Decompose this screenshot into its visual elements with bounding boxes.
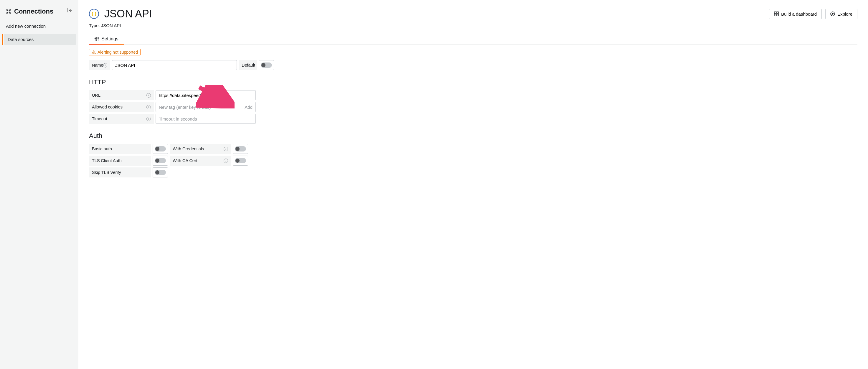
compass-icon bbox=[830, 11, 835, 16]
http-heading: HTTP bbox=[89, 79, 858, 86]
main-content: { } JSON API Build a dashboard bbox=[79, 0, 868, 369]
sidebar-title: Connections bbox=[14, 8, 53, 15]
timeout-label: Timeout bbox=[92, 116, 107, 121]
name-label: Name bbox=[92, 63, 103, 67]
with-credentials-label-cell: With Credentials i bbox=[170, 144, 231, 154]
with-credentials-toggle[interactable] bbox=[233, 144, 248, 154]
url-label-cell: URL i bbox=[89, 90, 154, 100]
timeout-input[interactable] bbox=[156, 114, 256, 124]
warning-icon bbox=[92, 50, 96, 54]
with-ca-toggle[interactable] bbox=[233, 156, 248, 166]
info-icon[interactable]: i bbox=[224, 147, 228, 151]
name-label-cell: Name i bbox=[89, 60, 110, 70]
basic-auth-row: Basic auth With Credentials i bbox=[89, 144, 858, 154]
svg-point-19 bbox=[96, 39, 97, 40]
svg-point-4 bbox=[10, 9, 10, 10]
tab-settings-label: Settings bbox=[101, 36, 119, 41]
default-label: Default bbox=[242, 63, 255, 67]
cookies-row: Allowed cookies i New tag (enter key to … bbox=[89, 102, 858, 112]
explore-label: Explore bbox=[837, 11, 852, 17]
tls-client-toggle[interactable] bbox=[153, 156, 168, 166]
svg-line-10 bbox=[9, 12, 10, 13]
sidebar-item-data-sources[interactable]: Data sources bbox=[4, 34, 76, 45]
tls-row: TLS Client Auth With CA Cert i bbox=[89, 156, 858, 166]
info-icon[interactable]: i bbox=[147, 117, 151, 121]
url-input[interactable] bbox=[156, 90, 256, 100]
page-header: { } JSON API Build a dashboard bbox=[89, 8, 858, 20]
skip-tls-label: Skip TLS Verify bbox=[92, 170, 121, 175]
sidebar-header: Connections bbox=[4, 6, 76, 21]
svg-rect-14 bbox=[777, 14, 778, 16]
tls-client-label-cell: TLS Client Auth bbox=[89, 156, 151, 166]
svg-point-3 bbox=[6, 9, 7, 10]
name-row: Name i Default bbox=[89, 60, 858, 70]
page-title: JSON API bbox=[104, 8, 152, 20]
svg-line-8 bbox=[9, 10, 10, 11]
cookies-label-cell: Allowed cookies i bbox=[89, 102, 154, 112]
svg-point-21 bbox=[98, 38, 99, 39]
svg-rect-12 bbox=[777, 12, 778, 13]
sidebar: Connections Add new connection Data sour… bbox=[0, 0, 79, 369]
auth-heading: Auth bbox=[89, 132, 858, 140]
svg-rect-11 bbox=[774, 12, 776, 13]
basic-auth-label: Basic auth bbox=[92, 147, 112, 151]
with-credentials-label: With Credentials bbox=[173, 147, 204, 151]
add-new-connection-link[interactable]: Add new connection bbox=[4, 21, 76, 32]
cookies-input[interactable]: New tag (enter key to add) Add bbox=[156, 102, 256, 112]
svg-point-23 bbox=[93, 53, 94, 53]
dashboard-icon bbox=[774, 11, 779, 16]
info-icon[interactable]: i bbox=[147, 93, 151, 97]
explore-button[interactable]: Explore bbox=[825, 9, 858, 19]
header-actions: Build a dashboard Explore bbox=[769, 9, 858, 19]
connections-icon bbox=[6, 9, 11, 14]
with-ca-label: With CA Cert bbox=[173, 158, 197, 163]
skip-tls-label-cell: Skip TLS Verify bbox=[89, 167, 151, 178]
with-ca-label-cell: With CA Cert i bbox=[170, 156, 231, 166]
default-label-cell: Default bbox=[239, 60, 257, 70]
skip-tls-toggle[interactable] bbox=[153, 167, 168, 178]
svg-point-17 bbox=[95, 38, 96, 39]
alerting-badge: Alerting not supported bbox=[89, 49, 141, 55]
build-dashboard-label: Build a dashboard bbox=[781, 11, 817, 17]
svg-point-6 bbox=[10, 13, 10, 13]
url-label: URL bbox=[92, 93, 100, 97]
info-icon[interactable]: i bbox=[103, 63, 107, 67]
tabs: Settings bbox=[89, 33, 858, 45]
cookies-placeholder: New tag (enter key to add) bbox=[159, 104, 211, 110]
svg-rect-13 bbox=[774, 14, 776, 16]
cookies-label: Allowed cookies bbox=[92, 104, 123, 109]
svg-line-7 bbox=[7, 10, 8, 11]
sidebar-item-label: Data sources bbox=[8, 37, 34, 42]
url-row: URL i bbox=[89, 90, 858, 100]
basic-auth-toggle[interactable] bbox=[153, 144, 168, 154]
cookies-add[interactable]: Add bbox=[245, 104, 252, 110]
timeout-row: Timeout i bbox=[89, 114, 858, 124]
datasource-type: Type: JSON API bbox=[89, 23, 858, 28]
default-toggle[interactable] bbox=[259, 60, 274, 70]
build-dashboard-button[interactable]: Build a dashboard bbox=[769, 9, 822, 19]
collapse-sidebar-button[interactable] bbox=[67, 8, 72, 13]
tab-settings[interactable]: Settings bbox=[89, 33, 124, 44]
alerting-badge-text: Alerting not supported bbox=[97, 50, 138, 55]
basic-auth-label-cell: Basic auth bbox=[89, 144, 151, 154]
svg-line-9 bbox=[7, 12, 8, 13]
sliders-icon bbox=[94, 36, 99, 41]
info-icon[interactable]: i bbox=[224, 159, 228, 163]
timeout-label-cell: Timeout i bbox=[89, 114, 154, 124]
svg-point-5 bbox=[6, 13, 7, 13]
info-icon[interactable]: i bbox=[147, 105, 151, 109]
tls-client-label: TLS Client Auth bbox=[92, 158, 122, 163]
skip-tls-row: Skip TLS Verify bbox=[89, 167, 858, 178]
name-input[interactable] bbox=[112, 60, 237, 70]
datasource-json-icon: { } bbox=[89, 9, 99, 19]
